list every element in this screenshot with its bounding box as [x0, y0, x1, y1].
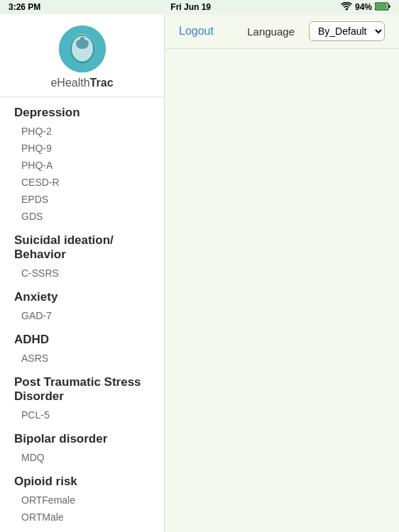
sidebar-categories: DepressionPHQ-2PHQ-9PHQ-ACESD-REPDSGDSSu…: [0, 97, 164, 532]
menu-item-4-0[interactable]: PCL-5: [0, 406, 164, 423]
status-time: 3:26 PM: [9, 2, 40, 12]
svg-point-9: [80, 37, 84, 41]
category-header-5: Bipolar disorder: [0, 423, 164, 449]
status-bar: 3:26 PM Fri Jun 19 94%: [0, 0, 399, 14]
category-header-3: ADHD: [0, 324, 164, 350]
app-container: eHealthTrac DepressionPHQ-2PHQ-9PHQ-ACES…: [0, 14, 399, 532]
top-bar: Logout Language By_Default: [165, 14, 399, 49]
logout-button[interactable]: Logout: [179, 25, 214, 38]
battery-level: 94%: [355, 2, 372, 12]
logo-area: eHealthTrac: [0, 14, 164, 97]
menu-item-6-1[interactable]: ORTMale: [0, 509, 164, 526]
language-dropdown[interactable]: By_Default: [309, 21, 385, 41]
svg-point-8: [83, 40, 88, 45]
menu-item-5-0[interactable]: MDQ: [0, 449, 164, 466]
menu-item-0-2[interactable]: PHQ-A: [0, 157, 164, 174]
category-header-2: Anxiety: [0, 282, 164, 307]
wifi-icon: [341, 2, 352, 13]
menu-item-0-4[interactable]: EPDS: [0, 191, 164, 208]
app-name-normal: eHealth: [50, 77, 89, 89]
menu-item-0-1[interactable]: PHQ-9: [0, 140, 164, 157]
battery-icon: [375, 2, 390, 13]
main-panel: Logout Language By_Default: [165, 14, 399, 532]
svg-rect-3: [388, 5, 390, 8]
svg-point-0: [346, 9, 347, 10]
app-name: eHealthTrac: [50, 77, 113, 89]
category-header-1: Suicidal ideation/ Behavior: [0, 225, 164, 265]
svg-rect-2: [376, 4, 387, 9]
menu-item-0-5[interactable]: GDS: [0, 208, 164, 225]
menu-item-0-0[interactable]: PHQ-2: [0, 123, 164, 140]
menu-item-2-0[interactable]: GAD-7: [0, 307, 164, 324]
category-header-7: Alcohol Use or Abuse: [0, 526, 164, 532]
app-logo: [58, 24, 107, 74]
category-header-6: Opioid risk: [0, 466, 164, 492]
status-date: Fri Jun 19: [170, 2, 211, 12]
category-header-4: Post Traumatic Stress Disorder: [0, 367, 164, 406]
svg-point-7: [76, 40, 81, 45]
sidebar: eHealthTrac DepressionPHQ-2PHQ-9PHQ-ACES…: [0, 14, 165, 532]
menu-item-1-0[interactable]: C-SSRS: [0, 265, 164, 282]
category-header-0: Depression: [0, 97, 164, 123]
language-label: Language: [247, 26, 295, 38]
app-name-bold: Trac: [90, 77, 114, 89]
menu-item-0-3[interactable]: CESD-R: [0, 174, 164, 191]
menu-item-6-0[interactable]: ORTFemale: [0, 492, 164, 509]
menu-item-3-0[interactable]: ASRS: [0, 350, 164, 367]
main-content: [165, 49, 399, 532]
